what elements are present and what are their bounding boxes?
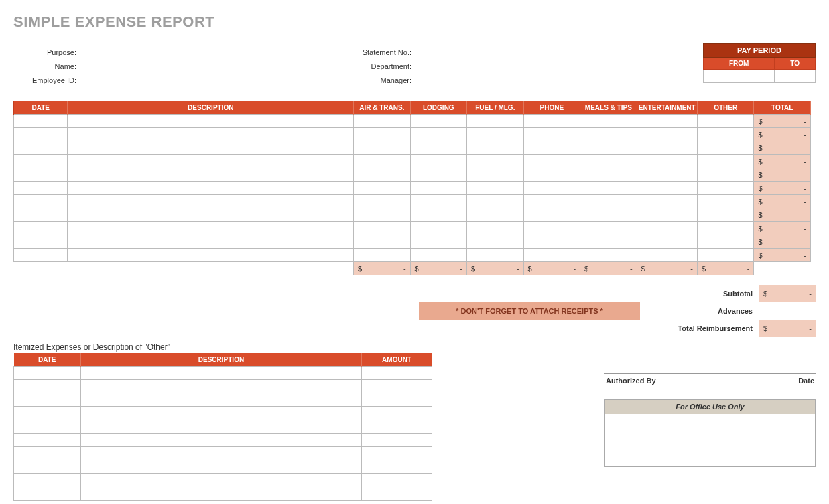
- expense-cell[interactable]: [410, 141, 467, 155]
- expense-cell[interactable]: [523, 155, 580, 168]
- itemized-cell[interactable]: [362, 420, 432, 434]
- statement-no-input[interactable]: [414, 45, 617, 56]
- itemized-cell[interactable]: [362, 367, 432, 380]
- purpose-input[interactable]: [79, 45, 348, 56]
- expense-cell[interactable]: [354, 141, 411, 155]
- expense-cell[interactable]: [410, 115, 467, 128]
- expense-cell[interactable]: [637, 128, 697, 141]
- itemized-cell[interactable]: [362, 407, 432, 420]
- expense-cell[interactable]: [523, 249, 580, 262]
- expense-cell[interactable]: [523, 141, 580, 155]
- expense-cell[interactable]: [68, 208, 354, 222]
- expense-cell[interactable]: [354, 115, 411, 128]
- expense-cell[interactable]: [68, 155, 354, 168]
- expense-cell[interactable]: [410, 128, 467, 141]
- expense-cell[interactable]: [467, 141, 524, 155]
- expense-cell[interactable]: [68, 182, 354, 195]
- itemized-cell[interactable]: [362, 393, 432, 407]
- expense-cell[interactable]: [697, 168, 754, 182]
- expense-cell[interactable]: [467, 235, 524, 249]
- expense-cell[interactable]: [580, 182, 637, 195]
- itemized-cell[interactable]: [14, 407, 81, 420]
- expense-cell[interactable]: [410, 195, 467, 208]
- expense-cell[interactable]: [467, 115, 524, 128]
- itemized-cell[interactable]: [14, 367, 81, 380]
- expense-cell[interactable]: [467, 195, 524, 208]
- expense-cell[interactable]: [697, 235, 754, 249]
- expense-cell[interactable]: [410, 168, 467, 182]
- department-input[interactable]: [414, 59, 617, 70]
- itemized-cell[interactable]: [80, 393, 361, 407]
- expense-cell[interactable]: [14, 235, 68, 249]
- itemized-cell[interactable]: [14, 380, 81, 393]
- itemized-cell[interactable]: [80, 420, 361, 434]
- expense-cell[interactable]: [68, 249, 354, 262]
- expense-cell[interactable]: [354, 128, 411, 141]
- expense-cell[interactable]: [580, 235, 637, 249]
- expense-cell[interactable]: [637, 195, 697, 208]
- expense-cell[interactable]: [697, 115, 754, 128]
- expense-cell[interactable]: [68, 195, 354, 208]
- expense-cell[interactable]: [354, 155, 411, 168]
- expense-cell[interactable]: [354, 182, 411, 195]
- expense-cell[interactable]: [637, 235, 697, 249]
- expense-cell[interactable]: [523, 128, 580, 141]
- itemized-cell[interactable]: [14, 460, 81, 474]
- itemized-cell[interactable]: [80, 407, 361, 420]
- expense-cell[interactable]: [14, 141, 68, 155]
- expense-cell[interactable]: [580, 168, 637, 182]
- itemized-cell[interactable]: [14, 474, 81, 487]
- expense-cell[interactable]: [68, 128, 354, 141]
- expense-cell[interactable]: [467, 155, 524, 168]
- expense-cell[interactable]: [410, 249, 467, 262]
- expense-cell[interactable]: [467, 208, 524, 222]
- itemized-cell[interactable]: [80, 447, 361, 460]
- expense-cell[interactable]: [14, 115, 68, 128]
- expense-cell[interactable]: [523, 222, 580, 235]
- pay-period-from-cell[interactable]: [704, 70, 775, 83]
- expense-cell[interactable]: [637, 208, 697, 222]
- expense-cell[interactable]: [697, 128, 754, 141]
- itemized-cell[interactable]: [14, 487, 81, 501]
- itemized-cell[interactable]: [14, 393, 81, 407]
- expense-cell[interactable]: [68, 115, 354, 128]
- itemized-cell[interactable]: [362, 474, 432, 487]
- expense-cell[interactable]: [697, 222, 754, 235]
- expense-cell[interactable]: [467, 128, 524, 141]
- expense-cell[interactable]: [354, 249, 411, 262]
- itemized-cell[interactable]: [80, 380, 361, 393]
- expense-cell[interactable]: [523, 168, 580, 182]
- expense-cell[interactable]: [14, 182, 68, 195]
- expense-cell[interactable]: [68, 141, 354, 155]
- manager-input[interactable]: [414, 73, 617, 84]
- pay-period-to-cell[interactable]: [775, 70, 816, 83]
- expense-cell[interactable]: [354, 208, 411, 222]
- expense-cell[interactable]: [580, 222, 637, 235]
- expense-cell[interactable]: [580, 195, 637, 208]
- itemized-cell[interactable]: [80, 434, 361, 447]
- expense-cell[interactable]: [580, 115, 637, 128]
- expense-cell[interactable]: [697, 141, 754, 155]
- expense-cell[interactable]: [410, 208, 467, 222]
- expense-cell[interactable]: [637, 249, 697, 262]
- itemized-cell[interactable]: [80, 367, 361, 380]
- expense-cell[interactable]: [637, 222, 697, 235]
- expense-cell[interactable]: [637, 168, 697, 182]
- expense-cell[interactable]: [354, 168, 411, 182]
- expense-cell[interactable]: [410, 222, 467, 235]
- expense-cell[interactable]: [637, 115, 697, 128]
- expense-cell[interactable]: [410, 155, 467, 168]
- expense-cell[interactable]: [697, 195, 754, 208]
- expense-cell[interactable]: [697, 182, 754, 195]
- itemized-cell[interactable]: [362, 487, 432, 501]
- expense-cell[interactable]: [14, 208, 68, 222]
- expense-cell[interactable]: [14, 222, 68, 235]
- expense-cell[interactable]: [410, 235, 467, 249]
- itemized-cell[interactable]: [14, 434, 81, 447]
- expense-cell[interactable]: [580, 155, 637, 168]
- expense-cell[interactable]: [14, 168, 68, 182]
- itemized-cell[interactable]: [80, 487, 361, 501]
- itemized-cell[interactable]: [362, 460, 432, 474]
- expense-cell[interactable]: [14, 155, 68, 168]
- office-use-body[interactable]: [605, 414, 815, 466]
